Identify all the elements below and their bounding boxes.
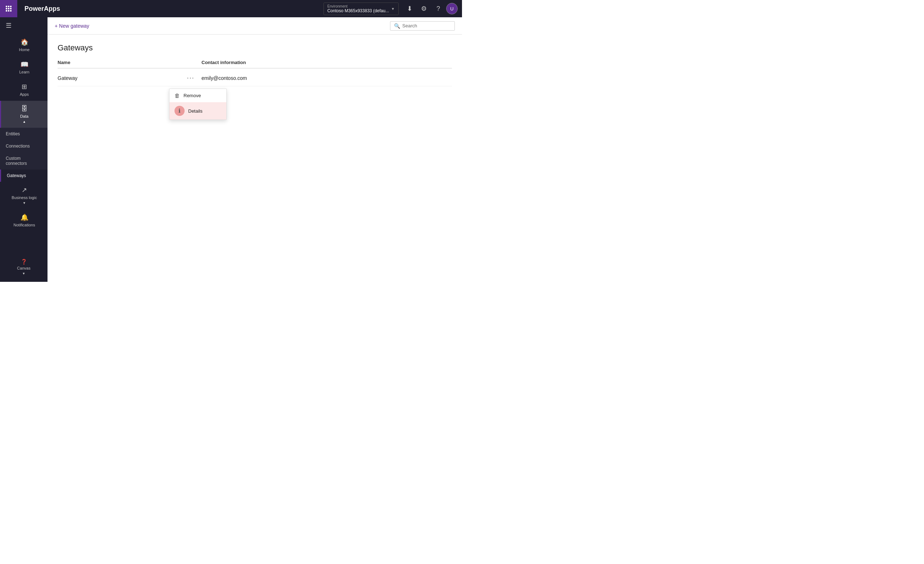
col-contact-header: Contact information <box>201 60 452 65</box>
row-more-button[interactable]: ··· <box>180 74 201 82</box>
page-content: Gateways Name Contact information Gatewa… <box>48 34 462 282</box>
sidebar: ☰ 🏠 Home 📖 Learn ⊞ Apps 🗄 Data ▲ Entitie… <box>0 17 48 282</box>
sidebar-item-business-logic[interactable]: ↗ Business logic ▼ <box>0 182 48 209</box>
search-placeholder: Search <box>402 23 417 28</box>
data-icon: 🗄 <box>21 105 28 112</box>
env-info: Environment Contoso M365x933833 (defau..… <box>327 4 389 14</box>
chevron-down-icon: ▼ <box>22 201 26 205</box>
gateway-contact: emily@contoso.com <box>201 75 452 81</box>
sidebar-item-data-label: Data <box>20 114 28 118</box>
chevron-down-icon-canvas: ▼ <box>22 272 26 275</box>
sidebar-item-connections[interactable]: Connections <box>0 140 48 152</box>
environment-selector[interactable]: Environment Contoso M365x933833 (defau..… <box>324 3 399 15</box>
env-label: Environment <box>327 4 389 8</box>
sidebar-item-canvas[interactable]: ❓ Canvas ▼ <box>0 255 48 279</box>
sidebar-item-notifications[interactable]: 🔔 Notifications <box>0 209 48 231</box>
search-icon: 🔍 <box>394 23 400 29</box>
sidebar-item-apps-label: Apps <box>20 92 29 96</box>
settings-button[interactable]: ⚙ <box>417 2 430 15</box>
sidebar-item-business-logic-label: Business logic <box>12 195 37 200</box>
home-icon: 🏠 <box>21 38 28 46</box>
env-name: Contoso M365x933833 (defau... <box>327 8 389 14</box>
sidebar-item-custom-connectors[interactable]: Custom connectors <box>0 152 48 170</box>
learn-icon: 📖 <box>21 60 28 68</box>
chevron-up-icon: ▲ <box>22 120 26 123</box>
business-logic-icon: ↗ <box>22 186 27 194</box>
sidebar-item-notifications-label: Notifications <box>14 223 35 227</box>
details-icon: ℹ <box>174 106 184 116</box>
avatar[interactable]: U <box>446 3 458 14</box>
table-header: Name Contact information <box>58 60 452 68</box>
sidebar-item-data[interactable]: 🗄 Data ▲ <box>0 101 48 128</box>
data-submenu: Entities Connections Custom connectors G… <box>0 128 48 182</box>
page-title: Gateways <box>58 43 452 52</box>
waffle-button[interactable] <box>0 0 17 17</box>
app-title: PowerApps <box>17 5 324 13</box>
sidebar-item-home[interactable]: 🏠 Home <box>0 34 48 56</box>
context-menu-remove-label: Remove <box>183 93 201 98</box>
notifications-icon: 🔔 <box>21 213 28 221</box>
context-menu: 🗑 Remove ℹ Details <box>169 88 226 120</box>
topbar: PowerApps Environment Contoso M365x93383… <box>0 0 462 17</box>
search-box[interactable]: 🔍 Search <box>390 21 455 31</box>
sidebar-toggle-button[interactable]: ☰ <box>0 17 48 34</box>
table-row: Gateway ··· emily@contoso.com 🗑 Remove ℹ… <box>58 70 452 86</box>
new-gateway-label: + New gateway <box>55 23 89 29</box>
content-area: + New gateway 🔍 Search Gateways Name Con… <box>48 17 462 282</box>
context-menu-details-label: Details <box>188 108 202 114</box>
gateway-name: Gateway <box>58 75 180 81</box>
help-button[interactable]: ? <box>432 2 445 15</box>
canvas-icon: ❓ <box>21 259 27 264</box>
remove-icon: 🗑 <box>174 93 180 99</box>
apps-icon: ⊞ <box>22 83 27 91</box>
new-gateway-button[interactable]: + New gateway <box>55 23 89 29</box>
sidebar-item-home-label: Home <box>19 48 30 52</box>
topbar-right: Environment Contoso M365x933833 (defau..… <box>324 2 462 15</box>
main-layout: ☰ 🏠 Home 📖 Learn ⊞ Apps 🗄 Data ▲ Entitie… <box>0 17 462 282</box>
waffle-icon <box>6 6 12 12</box>
sidebar-item-apps[interactable]: ⊞ Apps <box>0 78 48 101</box>
col-name-header: Name <box>58 60 201 65</box>
sidebar-item-gateways[interactable]: Gateways <box>0 170 48 182</box>
sidebar-item-canvas-label: Canvas <box>17 266 30 270</box>
sidebar-item-learn[interactable]: 📖 Learn <box>0 56 48 78</box>
context-menu-remove[interactable]: 🗑 Remove <box>170 89 226 102</box>
download-button[interactable]: ⬇ <box>403 2 416 15</box>
context-menu-details[interactable]: ℹ Details <box>170 102 226 120</box>
sidebar-bottom: ❓ Canvas ▼ <box>0 255 48 282</box>
sidebar-item-entities[interactable]: Entities <box>0 128 48 140</box>
action-bar: + New gateway 🔍 Search <box>48 17 462 34</box>
chevron-down-icon: ▼ <box>391 7 395 11</box>
sidebar-item-learn-label: Learn <box>19 70 29 74</box>
